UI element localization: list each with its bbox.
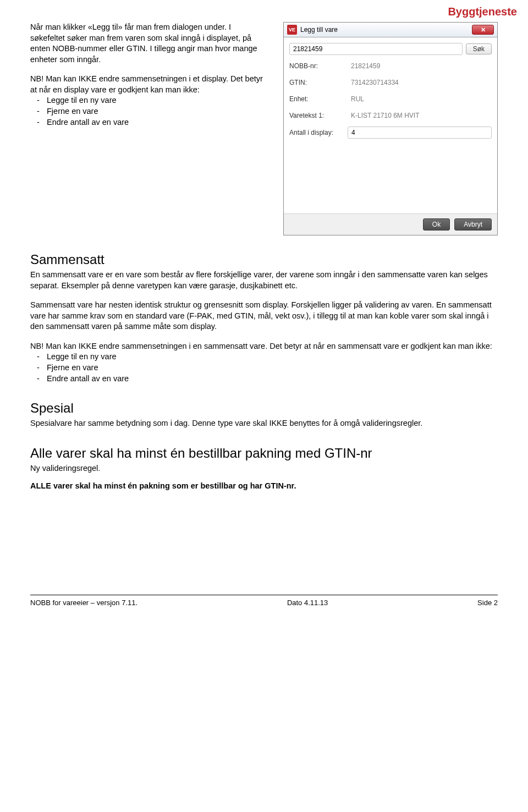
list-item: Legge til en ny vare — [47, 95, 267, 106]
dialog-title: Legg till vare — [300, 26, 469, 34]
sammensatt-p1: En sammensatt vare er en vare som består… — [30, 270, 498, 291]
dialog-titlebar: VE Legg till vare ✕ — [284, 23, 497, 37]
list-item: Endre antall av en vare — [47, 374, 498, 385]
field-label: NOBB-nr: — [289, 62, 344, 70]
list-item: Legge til en ny vare — [47, 352, 498, 363]
close-button[interactable]: ✕ — [472, 25, 494, 35]
brand-logo: Byggtjeneste — [448, 6, 517, 18]
intro-paragraph: Når man klikker «Legg til» får man frem … — [30, 22, 267, 65]
list-item: Fjerne en vare — [47, 106, 267, 117]
spesial-heading: Spesial — [30, 400, 498, 416]
list-item: Endre antall av en vare — [47, 117, 267, 128]
field-label: Enhet: — [289, 95, 344, 103]
gtin-sub: Ny valideringsregel. — [30, 463, 498, 474]
footer-left: NOBB for vareeier – versjon 7.11. — [30, 599, 138, 607]
nb-sammensatt-paragraph: NB! Man kan IKKE endre sammensetningen i… — [30, 341, 498, 352]
footer-right: Side 2 — [477, 599, 498, 607]
field-label: GTIN: — [289, 79, 344, 86]
search-input[interactable] — [289, 43, 463, 55]
ok-button[interactable]: Ok — [423, 218, 450, 231]
enhet-value: RUL — [348, 94, 492, 105]
spesial-p1: Spesialvare har samme betydning som i da… — [30, 418, 498, 429]
varetekst-value: K-LIST 21710 6M HVIT — [348, 110, 492, 121]
nb-display-list: Legge til en ny vare Fjerne en vare Endr… — [30, 95, 267, 128]
sammensatt-heading: Sammensatt — [30, 252, 498, 267]
antall-input[interactable] — [348, 127, 492, 139]
gtin-value: 7314230714334 — [348, 77, 492, 88]
field-label: Varetekst 1: — [289, 112, 344, 119]
list-item: Fjerne en vare — [47, 363, 498, 374]
field-label: Antall i display: — [289, 129, 344, 136]
add-item-dialog: VE Legg till vare ✕ Søk NOBB-nr: 2182145… — [283, 22, 498, 235]
sammensatt-p2: Sammensatt vare har nesten identisk stru… — [30, 300, 498, 332]
nb-display-paragraph: NB! Man kan IKKE endre sammensetningen i… — [30, 74, 267, 95]
cancel-button[interactable]: Avbryt — [454, 218, 492, 231]
logo-part2: tjeneste — [475, 6, 517, 18]
gtin-heading: Alle varer skal ha minst én bestillbar p… — [30, 446, 498, 461]
app-icon: VE — [287, 25, 297, 35]
footer-center: Dato 4.11.13 — [287, 599, 328, 607]
logo-part1: Bygg — [448, 6, 475, 18]
close-icon: ✕ — [481, 26, 486, 34]
search-button[interactable]: Søk — [466, 43, 492, 54]
page-footer: NOBB for vareeier – versjon 7.11. Dato 4… — [30, 595, 498, 607]
gtin-bold-line: ALLE varer skal ha minst én pakning som … — [30, 481, 498, 490]
nb-sammensatt-list: Legge til en ny vare Fjerne en vare Endr… — [30, 352, 498, 384]
nobb-value: 21821459 — [348, 61, 492, 72]
